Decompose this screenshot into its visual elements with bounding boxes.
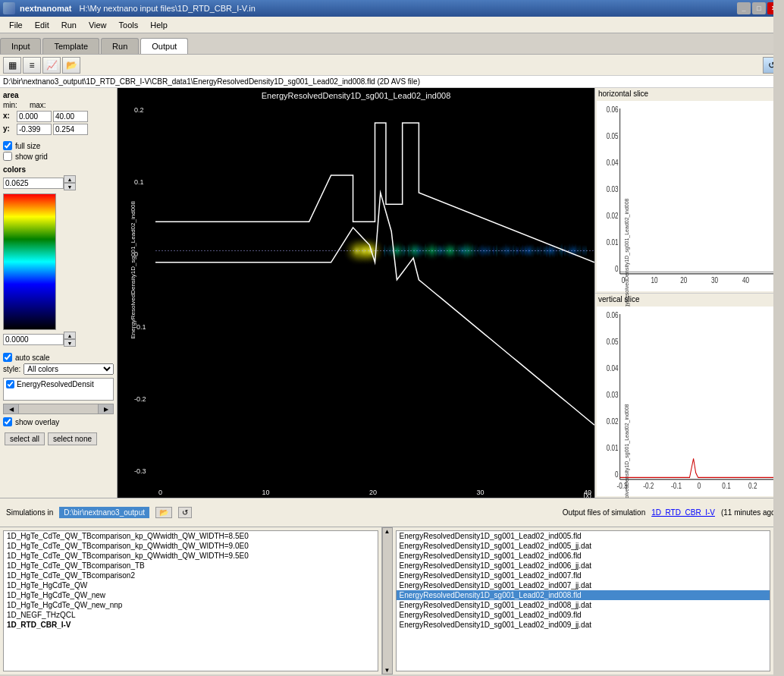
output-file-list-item[interactable]: EnergyResolvedDensity1D_sg001_Lead02_ind… bbox=[397, 620, 770, 630]
refresh-sim-button[interactable]: ↺ bbox=[178, 507, 192, 518]
v-chart-y-label: EnergyResolvedDensity1D_sg001_Lead02_ind… bbox=[624, 404, 629, 498]
menu-edit[interactable]: Edit bbox=[29, 19, 55, 31]
layer-item: EnergyResolvedDensit bbox=[4, 379, 113, 390]
toolbar-btn-3[interactable]: 📈 bbox=[42, 57, 61, 74]
svg-text:0.1: 0.1 bbox=[722, 482, 730, 490]
layer-name: EnergyResolvedDensit bbox=[17, 380, 94, 388]
output-file-list-item[interactable]: EnergyResolvedDensity1D_sg001_Lead02_ind… bbox=[397, 571, 770, 580]
show-grid-checkbox[interactable] bbox=[3, 152, 12, 161]
output-files-label: Output files of simulation bbox=[563, 508, 646, 517]
colors-label: colors bbox=[3, 165, 114, 174]
output-file-list-item[interactable]: EnergyResolvedDensity1D_sg001_Lead02_ind… bbox=[397, 590, 770, 600]
color-gradient bbox=[3, 193, 56, 330]
select-none-button[interactable]: select none bbox=[48, 432, 97, 445]
simulation-list-item[interactable]: 1D_HgTe_CdTe_QW_TBcomparison_TB bbox=[4, 561, 378, 571]
svg-text:0.02: 0.02 bbox=[607, 212, 619, 221]
toolbar: ▦ ≡ 📈 📂 ↺ bbox=[0, 55, 784, 76]
color-value2-input[interactable] bbox=[3, 334, 64, 345]
simulation-list-item[interactable]: 1D_HgTe_CdTe_QW_TBcomparison_kp_QWwidth_… bbox=[4, 541, 378, 551]
y-axis-rotated-label: EnergyResolvedDensity1D_sg001_Lead02_ind… bbox=[130, 263, 136, 338]
area-label: area bbox=[3, 91, 114, 99]
svg-text:0.01: 0.01 bbox=[607, 239, 619, 247]
select-all-button[interactable]: select all bbox=[5, 432, 45, 445]
toolbar-btn-2[interactable]: ≡ bbox=[23, 57, 41, 74]
simulation-list-item[interactable]: 1D_HgTe_HgCdTe_QW_new_nnp bbox=[4, 600, 378, 610]
output-file-list-item[interactable]: EnergyResolvedDensity1D_sg001_Lead02_ind… bbox=[397, 600, 770, 610]
svg-text:20: 20 bbox=[680, 277, 687, 285]
layer-scrollbar[interactable]: ◀ ▶ bbox=[3, 404, 114, 414]
svg-text:-0.1: -0.1 bbox=[671, 482, 682, 490]
output-file-list-panel: EnergyResolvedDensity1D_sg001_Lead02_ind… bbox=[393, 527, 774, 674]
toolbar-btn-4[interactable]: 📂 bbox=[62, 57, 80, 74]
left-panel: area min: max: x: y: full size sho bbox=[0, 88, 118, 498]
color-spin-down[interactable]: ▼ bbox=[64, 183, 76, 190]
simulation-list-item[interactable]: 1D_HgTe_CdTe_QW_TBcomparison_kp_QWwidth_… bbox=[4, 531, 378, 541]
color-spin-up[interactable]: ▲ bbox=[64, 175, 76, 183]
auto-scale-row: auto scale bbox=[3, 353, 114, 362]
color-value-input[interactable] bbox=[3, 178, 64, 189]
tab-input[interactable]: Input bbox=[0, 38, 41, 54]
y-min-input[interactable] bbox=[17, 124, 52, 135]
svg-text:0: 0 bbox=[698, 482, 701, 490]
show-overlay-checkbox[interactable] bbox=[3, 417, 12, 426]
simulation-list-item[interactable]: 1D_NEGF_THzQCL bbox=[4, 610, 378, 620]
auto-scale-label: auto scale bbox=[15, 354, 50, 362]
minimize-button[interactable]: _ bbox=[737, 2, 751, 14]
color2-spin-down[interactable]: ▼ bbox=[64, 339, 76, 347]
right-panel: horizontal slice 0.06 0.05 0.04 0.03 0.0… bbox=[594, 88, 784, 498]
tab-run[interactable]: Run bbox=[101, 38, 139, 54]
menu-file[interactable]: File bbox=[3, 19, 29, 31]
menu-run[interactable]: Run bbox=[55, 19, 83, 31]
auto-scale-checkbox[interactable] bbox=[3, 353, 12, 362]
svg-text:0.2: 0.2 bbox=[748, 482, 757, 490]
simulation-name-link[interactable]: 1D_RTD_CBR_I-V bbox=[651, 508, 715, 517]
simulation-list-item[interactable]: 1D_RTD_CBR_I-V bbox=[4, 620, 378, 630]
x-coord-label: x: bbox=[3, 112, 15, 120]
layer-checkbox[interactable] bbox=[6, 380, 14, 388]
svg-text:0.06: 0.06 bbox=[607, 311, 619, 319]
simulation-list-item[interactable]: 1D_HgTe_CdTe_QW_TBcomparison_kp_QWwidth_… bbox=[4, 551, 378, 561]
simulation-list-item[interactable]: 1D_HgTe_CdTe_QW_TBcomparison2 bbox=[4, 571, 378, 580]
menu-tools[interactable]: Tools bbox=[113, 19, 145, 31]
svg-text:0.03: 0.03 bbox=[607, 185, 619, 193]
full-size-checkbox[interactable] bbox=[3, 141, 12, 150]
x-min-input[interactable] bbox=[17, 111, 52, 122]
simulations-path: D:\bir\nextnano3_output bbox=[59, 507, 149, 518]
simulation-list-item[interactable]: 1D_HgTe_HgCdTe_QW_new bbox=[4, 590, 378, 600]
y-max-input[interactable] bbox=[53, 124, 88, 135]
plot-title: EnergyResolvedDensity1D_sg001_Lead02_ind… bbox=[118, 88, 594, 103]
maximize-button[interactable]: □ bbox=[752, 2, 766, 14]
y-label-02: 0.2 bbox=[134, 106, 154, 114]
show-overlay-label: show overlay bbox=[15, 418, 59, 426]
output-file-list-item[interactable]: EnergyResolvedDensity1D_sg001_Lead02_ind… bbox=[397, 610, 770, 620]
menu-view[interactable]: View bbox=[83, 19, 113, 31]
style-select[interactable]: All colors Grayscale bbox=[24, 363, 114, 375]
svg-text:0.02: 0.02 bbox=[607, 417, 619, 426]
x-max-input[interactable] bbox=[53, 111, 88, 122]
x-label-30: 30 bbox=[476, 489, 484, 496]
output-file-list-item[interactable]: EnergyResolvedDensity1D_sg001_Lead02_ind… bbox=[397, 561, 770, 571]
x-label-20: 20 bbox=[369, 489, 377, 496]
main-plot-canvas[interactable] bbox=[155, 103, 594, 498]
color2-spin-up[interactable]: ▲ bbox=[64, 332, 76, 339]
simulation-list-item[interactable]: 1D_HgTe_HgCdTe_QW bbox=[4, 580, 378, 590]
tab-output[interactable]: Output bbox=[140, 38, 188, 54]
output-file-list-item[interactable]: EnergyResolvedDensity1D_sg001_Lead02_ind… bbox=[397, 580, 770, 590]
menu-help[interactable]: Help bbox=[144, 19, 174, 31]
svg-text:0.01: 0.01 bbox=[607, 444, 619, 452]
tab-template[interactable]: Template bbox=[42, 38, 99, 54]
v-slice-chart: vertical slice 0.06 0.05 0.04 0.03 0.02 … bbox=[595, 294, 784, 498]
sim-list-scrollbar[interactable]: ▲ ▼ bbox=[382, 527, 393, 674]
toolbar-btn-1[interactable]: ▦ bbox=[3, 57, 21, 74]
h-chart-y-label: EnergyResolvedDensity1D_sg001_Lead02_ind… bbox=[624, 199, 629, 319]
output-file-list-item[interactable]: EnergyResolvedDensity1D_sg001_Lead02_ind… bbox=[397, 541, 770, 551]
output-file-list: EnergyResolvedDensity1D_sg001_Lead02_ind… bbox=[396, 530, 771, 671]
browse-sim-button[interactable]: 📂 bbox=[155, 507, 172, 518]
simulation-list-panel: 1D_HgTe_CdTe_QW_TBcomparison_kp_QWwidth_… bbox=[0, 527, 382, 674]
svg-text:0.04: 0.04 bbox=[607, 159, 619, 167]
output-file-list-item[interactable]: EnergyResolvedDensity1D_sg001_Lead02_ind… bbox=[397, 531, 770, 541]
show-overlay-row: show overlay bbox=[3, 417, 114, 426]
output-file-list-item[interactable]: EnergyResolvedDensity1D_sg001_Lead02_ind… bbox=[397, 551, 770, 561]
file-area: 1D_HgTe_CdTe_QW_TBcomparison_kp_QWwidth_… bbox=[0, 527, 784, 674]
title-bar: nextnanomat H:\My nextnano input files\1… bbox=[0, 0, 784, 17]
